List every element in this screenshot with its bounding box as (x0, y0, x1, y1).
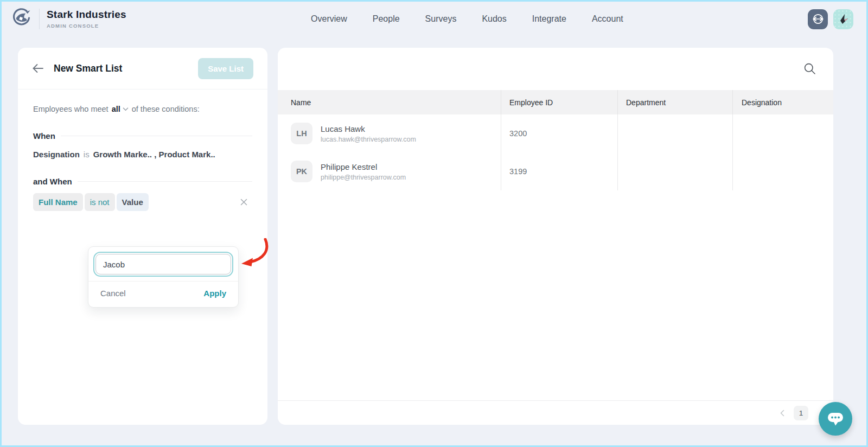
operator-chip[interactable]: is not (85, 193, 115, 211)
table-header: Name Employee ID Department Designation (278, 90, 833, 114)
avatar: LH (291, 123, 312, 144)
cell-designation (733, 114, 833, 152)
nav-item-surveys[interactable]: Surveys (425, 14, 457, 24)
remove-condition-button[interactable] (240, 198, 248, 206)
rule-group-when: When (33, 131, 252, 141)
back-arrow-icon (32, 63, 44, 73)
cell-employee-id: 3199 (501, 152, 618, 190)
brand: Stark Industries ADMIN CONSOLE (10, 7, 126, 31)
condition-field: Designation (33, 150, 80, 159)
cell-designation (733, 152, 833, 190)
nav-item-people[interactable]: People (373, 14, 400, 24)
conditions-intro: Employees who meet all of these conditio… (33, 105, 252, 113)
rule-label: When (33, 131, 55, 141)
column-header-department: Department (618, 90, 733, 114)
smart-list-header: New Smart List Save List (18, 48, 267, 90)
employee-name: Lucas Hawk (321, 124, 416, 133)
table-pagination: 1 (278, 400, 833, 425)
field-chip[interactable]: Full Name (33, 193, 83, 211)
match-type-value: all (112, 105, 120, 113)
nav-item-kudos[interactable]: Kudos (482, 14, 506, 24)
cancel-button[interactable]: Cancel (100, 289, 126, 298)
nav-item-account[interactable]: Account (592, 14, 623, 24)
cell-department (618, 152, 733, 190)
chevron-left-icon (780, 410, 784, 417)
user-avatar[interactable] (833, 9, 853, 29)
rule-group-and-when: and When (33, 177, 252, 186)
pagination-page-1[interactable]: 1 (794, 406, 808, 420)
condition-designation[interactable]: Designation is Growth Marke.. , Product … (33, 150, 252, 159)
employee-identity: Philippe Kestrel philippe@thrivesparrow.… (321, 162, 406, 181)
page-title: New Smart List (54, 63, 188, 74)
rule-divider (61, 136, 252, 136)
match-type-dropdown[interactable]: all (112, 105, 129, 113)
table-row[interactable]: PK Philippe Kestrel philippe@thrivesparr… (278, 152, 833, 190)
org-switch-icon (812, 13, 824, 25)
employee-table-panel: Name Employee ID Department Designation … (278, 48, 833, 425)
rule-divider (78, 181, 252, 182)
app-frame: Stark Industries ADMIN CONSOLE Overview … (0, 0, 868, 447)
org-switch-button[interactable] (808, 9, 828, 29)
chat-bubble-icon (826, 410, 845, 428)
employee-email: philippe@thrivesparrow.com (321, 174, 406, 181)
table-row[interactable]: LH Lucas Hawk lucas.hawk@thrivesparrow.c… (278, 114, 833, 152)
search-icon (803, 62, 816, 75)
popover-input-wrap (88, 247, 238, 281)
smart-list-body: Employees who meet all of these conditio… (18, 90, 267, 226)
apply-button[interactable]: Apply (203, 289, 226, 298)
column-header-designation: Designation (733, 90, 833, 114)
employee-name: Philippe Kestrel (321, 162, 406, 171)
column-header-name: Name (278, 90, 501, 114)
chevron-down-icon (123, 107, 129, 111)
intro-prefix: Employees who meet (33, 105, 108, 113)
chat-widget-button[interactable] (819, 402, 852, 436)
popover-actions: Cancel Apply (88, 281, 238, 307)
intro-suffix: of these conditions: (132, 105, 200, 113)
avatar: PK (291, 161, 312, 182)
value-chip[interactable]: Value (117, 193, 149, 211)
nav-item-overview[interactable]: Overview (311, 14, 347, 24)
console-label: ADMIN CONSOLE (47, 23, 126, 29)
save-list-button[interactable]: Save List (198, 58, 253, 79)
topbar-actions (808, 9, 853, 29)
value-editor-popover: Cancel Apply (88, 246, 239, 308)
table-toolbar (278, 48, 833, 90)
sparrow-logo-icon (10, 7, 32, 31)
rule-label: and When (33, 177, 72, 186)
nav-item-integrate[interactable]: Integrate (532, 14, 566, 24)
topbar: Stark Industries ADMIN CONSOLE Overview … (2, 2, 866, 36)
cell-department (618, 114, 733, 152)
condition-value: Growth Marke.. , Product Mark.. (93, 150, 215, 159)
condition-fullname: Full Name is not Value (33, 193, 252, 211)
main-nav: Overview People Surveys Kudos Integrate … (126, 14, 808, 24)
value-input[interactable] (95, 254, 231, 274)
pagination-prev-button[interactable] (780, 410, 784, 417)
column-header-employee-id: Employee ID (501, 90, 618, 114)
search-button[interactable] (803, 62, 816, 77)
condition-operator: is (84, 150, 90, 159)
cell-employee-id: 3200 (501, 114, 618, 152)
back-button[interactable] (32, 63, 44, 73)
avatar-image (837, 12, 850, 26)
employee-email: lucas.hawk@thrivesparrow.com (321, 136, 416, 143)
smart-list-panel: New Smart List Save List Employees who m… (18, 48, 267, 425)
employee-identity: Lucas Hawk lucas.hawk@thrivesparrow.com (321, 124, 416, 143)
brand-text: Stark Industries ADMIN CONSOLE (47, 9, 126, 29)
brand-divider (39, 9, 40, 29)
org-name: Stark Industries (47, 9, 126, 21)
close-icon (240, 198, 248, 206)
